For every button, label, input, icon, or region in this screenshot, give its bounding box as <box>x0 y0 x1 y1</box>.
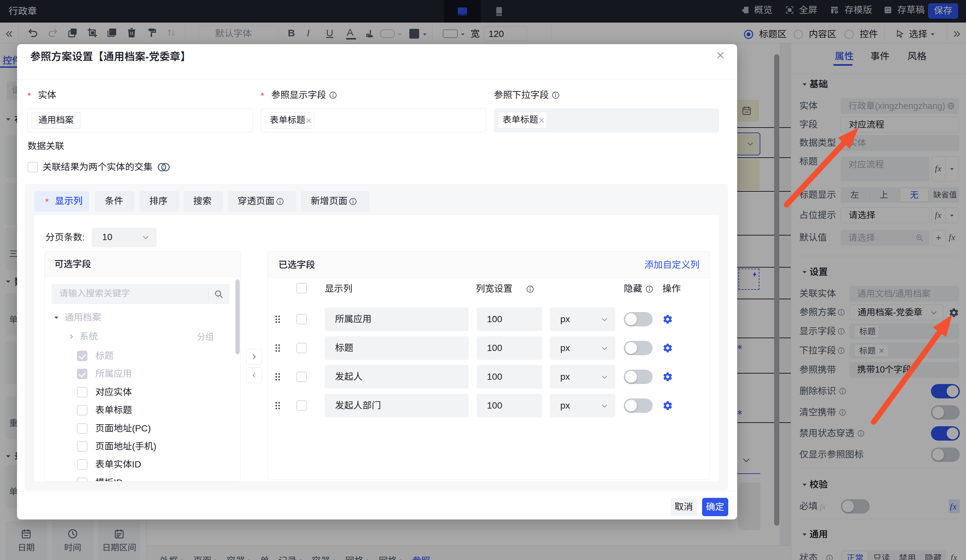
tree-item-checkbox[interactable] <box>77 350 87 361</box>
tree-group-label[interactable]: 系统 <box>80 332 98 341</box>
row-settings-button[interactable] <box>662 372 673 382</box>
move-right-button[interactable] <box>246 349 262 365</box>
tree-item-checkbox[interactable] <box>77 405 87 416</box>
tree-item-checkbox[interactable] <box>77 387 87 398</box>
ok-button[interactable]: 确定 <box>702 498 728 516</box>
dialog-tab-3[interactable]: 搜索 <box>193 196 212 206</box>
row-unit-select[interactable]: px <box>550 308 615 331</box>
row-width-input[interactable]: 100 <box>476 308 542 331</box>
cancel-button-label: 取消 <box>675 503 693 512</box>
dialog-tab-2[interactable]: 排序 <box>150 196 168 206</box>
dialog-display-field-input[interactable]: 表单标题 <box>261 108 486 133</box>
toggle-knob <box>625 371 637 383</box>
tree-item-label[interactable]: 页面地址(PC) <box>95 424 151 433</box>
ok-button-label: 确定 <box>706 503 724 512</box>
dialog-field-display-label: 参照显示字段 <box>271 91 326 100</box>
dialog-tab-5[interactable]: 新增页面 <box>301 191 369 212</box>
selected-box-header: 已选字段添加自定义列 <box>268 252 709 278</box>
dialog-tab-3[interactable]: 搜索 <box>183 191 223 212</box>
dialog-title: 参照方案设置【通用档案-党委章】 <box>30 51 191 62</box>
row-name-field[interactable]: 所属应用 <box>325 308 468 331</box>
add-custom-column-link[interactable]: 添加自定义列 <box>644 260 700 270</box>
available-scrollbar[interactable] <box>235 279 240 354</box>
dialog-tab-5[interactable]: 新增页面 <box>311 196 347 206</box>
tree-item-checkbox[interactable] <box>77 441 87 452</box>
row-settings-button[interactable] <box>662 343 673 353</box>
dialog-tab-0[interactable]: 显示列 <box>55 196 82 206</box>
move-left-button[interactable] <box>246 367 262 383</box>
row-hidden-toggle[interactable] <box>624 312 652 326</box>
row-unit-select[interactable]: px <box>550 394 615 418</box>
page-size-select[interactable]: 10 <box>92 228 156 247</box>
search-icon <box>214 289 223 299</box>
row-settings-button[interactable] <box>662 400 673 411</box>
row-name-field[interactable]: 发起人部门 <box>325 394 468 418</box>
dialog-tab-2[interactable]: 排序 <box>140 191 179 212</box>
row-width-input[interactable]: 100 <box>476 394 542 418</box>
available-box-title: 可选字段 <box>54 260 91 269</box>
tree-collapse-icon <box>68 333 75 340</box>
row-hidden-toggle[interactable] <box>624 370 652 384</box>
tree-root-label[interactable]: 通用档案 <box>64 313 101 322</box>
row-hidden-toggle[interactable] <box>624 398 652 413</box>
tree-item-label[interactable]: 标题 <box>95 351 113 360</box>
col-header-action: 操作 <box>662 284 681 293</box>
row-unit-value: px <box>560 344 570 353</box>
dialog-tab-1[interactable]: 条件 <box>105 196 123 206</box>
tree-item-label[interactable]: 表单实体ID <box>95 460 141 469</box>
dialog-entity-input[interactable]: 通用档案 <box>28 108 253 133</box>
row-checkbox[interactable] <box>296 400 307 411</box>
row-name-value: 所属应用 <box>335 315 372 324</box>
intersect-checkbox[interactable] <box>28 162 38 172</box>
select-chevron-icon <box>601 316 608 324</box>
row-width-value: 100 <box>487 344 502 353</box>
gear-icon <box>662 314 673 324</box>
row-width-input[interactable]: 100 <box>476 365 542 389</box>
tree-item-checkbox[interactable] <box>77 459 87 470</box>
dialog-tab-4[interactable]: 穿透页面 <box>238 196 274 206</box>
tree-item-checkbox[interactable] <box>77 478 87 481</box>
tree-group-badge: 分组 <box>197 332 214 341</box>
dialog-tab-1[interactable]: 条件 <box>95 191 135 212</box>
row-width-input[interactable]: 100 <box>476 336 542 360</box>
tree-item-checkbox[interactable] <box>77 423 87 434</box>
field-search-input[interactable]: 请输入搜索关键字 <box>51 284 230 304</box>
row-unit-select[interactable]: px <box>550 365 615 389</box>
row-unit-value: px <box>560 372 570 382</box>
selected-box: 已选字段添加自定义列显示列列宽设置隐藏操作所属应用100px标题100px发起人… <box>268 251 710 480</box>
row-name-field[interactable]: 标题 <box>325 336 468 360</box>
dialog-close-button[interactable] <box>715 50 726 61</box>
chevron-right-icon <box>250 353 258 361</box>
row-settings-button[interactable] <box>662 314 673 324</box>
dialog-tab-4[interactable]: 穿透页面 <box>228 191 296 212</box>
info-icon <box>329 91 337 100</box>
row-checkbox[interactable] <box>296 343 307 353</box>
dialog-tab-0[interactable]: 显示列 <box>34 191 89 212</box>
row-checkbox[interactable] <box>296 372 307 382</box>
tree-item-label[interactable]: 模板ID <box>95 478 123 481</box>
chevron-left-icon <box>250 371 258 379</box>
close-icon <box>716 51 725 60</box>
tree-item-label[interactable]: 对应实体 <box>95 388 132 397</box>
selected-box-title: 已选字段 <box>278 260 315 270</box>
tree-item-label[interactable]: 所属应用 <box>95 369 132 378</box>
row-hidden-toggle[interactable] <box>624 341 652 355</box>
info-icon <box>349 197 357 206</box>
row-width-value: 100 <box>487 372 502 382</box>
tree-item-label[interactable]: 表单标题 <box>95 406 132 415</box>
cancel-button[interactable]: 取消 <box>670 498 697 516</box>
row-unit-select[interactable]: px <box>550 336 615 360</box>
display-field-tag-label: 表单标题 <box>270 116 305 124</box>
dialog: 参照方案设置【通用档案-党委章】实体参照显示字段参照下拉字段通用档案表单标题表单… <box>17 44 737 519</box>
tree-item-label[interactable]: 页面地址(手机) <box>95 442 156 451</box>
dialog-dropdown-field-input: 表单标题 <box>494 108 719 133</box>
row-name-field[interactable]: 发起人 <box>325 365 468 389</box>
dialog-tabs-panel: 显示列条件排序搜索穿透页面新增页面分页条数:10可选字段请输入搜索关键字通用档案… <box>25 184 728 490</box>
row-name-value: 发起人部门 <box>335 401 381 410</box>
drag-handle-icon <box>273 343 283 353</box>
row-checkbox[interactable] <box>296 314 307 324</box>
intersect-checkbox-label[interactable]: 关联结果为两个实体的交集 <box>43 162 153 172</box>
venn-icon <box>156 160 171 174</box>
tree-item-checkbox[interactable] <box>77 368 87 379</box>
select-all-checkbox[interactable] <box>296 283 307 293</box>
